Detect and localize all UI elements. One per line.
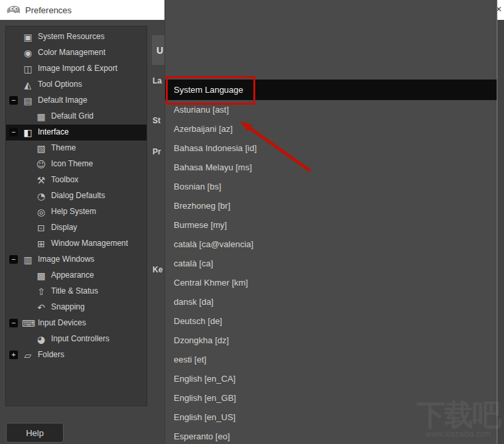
theme-icon: ▧ [35, 143, 47, 154]
sidebar-item-title-status[interactable]: ⇧Title & Status [6, 284, 147, 300]
system-resources-icon: ▣ [22, 32, 34, 42]
language-option-english-en-ca[interactable]: English [en_CA] [165, 369, 497, 388]
collapse-minus-icon[interactable]: − [9, 96, 18, 105]
language-option-bosnian-bs[interactable]: Bosnian [bs] [165, 177, 497, 196]
input-devices-icon: ⌨ [22, 318, 34, 329]
preferences-category-tree: ▣System Resources◉Color Management◫Image… [5, 26, 147, 406]
language-option-catal-ca-valencia[interactable]: català [ca@valencia] [165, 235, 497, 254]
language-option-catal-ca[interactable]: català [ca] [165, 254, 497, 273]
collapse-minus-icon[interactable]: − [9, 128, 18, 137]
sidebar-item-label: Tool Options [38, 80, 82, 89]
language-option-bahasa-indonesia-id[interactable]: Bahasa Indonesia [id] [165, 139, 497, 158]
language-dropdown-list: System LanguageAsturianu [ast]Azerbaijan… [164, 0, 497, 444]
sidebar-item-theme[interactable]: ▧Theme [6, 140, 147, 156]
sidebar-item-image-windows[interactable]: −▥Image Windows [6, 252, 147, 268]
language-label-partial: La [153, 76, 162, 85]
window-management-icon: ⊞ [35, 239, 47, 249]
sidebar-item-window-management[interactable]: ⊞Window Management [6, 236, 147, 252]
sidebar-item-label: Window Management [51, 239, 128, 248]
language-option-deutsch-de[interactable]: Deutsch [de] [165, 311, 497, 331]
help-system-icon: ◎ [35, 207, 47, 217]
style-label-partial: St [153, 116, 160, 125]
red-arrow-annotation [224, 111, 317, 178]
interface-icon: ◧ [22, 127, 34, 138]
image-windows-icon: ▥ [22, 254, 34, 265]
sidebar-item-default-image[interactable]: −▤Default Image [6, 93, 147, 109]
sidebar-item-label: System Resources [38, 32, 105, 41]
display-icon: ⊡ [35, 223, 47, 233]
sidebar-item-dialog-defaults[interactable]: ◔Dialog Defaults [6, 188, 147, 204]
sidebar-item-label: Toolbox [51, 175, 78, 184]
red-highlight-box [166, 76, 255, 105]
sidebar-item-default-grid[interactable]: ▦Default Grid [6, 109, 147, 125]
snapping-icon: ↶ [35, 302, 47, 313]
sidebar-item-label: Interface [38, 127, 69, 137]
image-import-export-icon: ◫ [22, 64, 34, 74]
sidebar-item-color-management[interactable]: ◉Color Management [6, 45, 147, 61]
sidebar-item-label: Input Devices [38, 318, 86, 327]
sidebar-item-appearance[interactable]: ▩Appearance [6, 268, 147, 284]
title-status-icon: ⇧ [35, 286, 47, 297]
default-image-icon: ▤ [22, 95, 34, 106]
language-option-azerbaijani-az[interactable]: Azerbaijani [az] [165, 119, 497, 139]
language-option-bahasa-melayu-ms[interactable]: Bahasa Melayu [ms] [165, 158, 497, 177]
sidebar-item-label: Display [51, 223, 77, 232]
language-option-english-en-us[interactable]: English [en_US] [165, 408, 497, 427]
dialog-defaults-icon: ◔ [35, 191, 47, 201]
sidebar-item-help-system[interactable]: ◎Help System [6, 204, 147, 220]
collapse-minus-icon[interactable]: − [9, 255, 18, 264]
language-option-esperanto-eo[interactable]: Esperanto [eo] [165, 427, 497, 444]
sidebar-item-label: Title & Status [51, 286, 98, 296]
sidebar-item-label: Theme [51, 143, 76, 152]
window-title: Preferences [25, 5, 72, 15]
sidebar-item-image-import-export[interactable]: ◫Image Import & Export [6, 61, 147, 77]
sidebar-item-label: Help System [51, 207, 96, 216]
sidebar-item-label: Appearance [51, 270, 94, 280]
sidebar-item-label: Input Controllers [51, 334, 109, 343]
tool-options-icon: ◭ [22, 80, 34, 90]
previews-label-partial: Pr [153, 147, 161, 156]
sidebar-item-label: Image Import & Export [38, 64, 117, 73]
sidebar-item-label: Folders [38, 350, 64, 359]
language-option-eesti-et[interactable]: eesti [et] [165, 350, 497, 369]
sidebar-item-label: Icon Theme [51, 159, 93, 168]
language-option-burmese-my[interactable]: Burmese [my] [165, 215, 497, 235]
toolbox-icon: ⚒ [35, 175, 47, 186]
sidebar-item-icon-theme[interactable]: ☺Icon Theme [6, 156, 147, 172]
sidebar-item-label: Snapping [51, 302, 85, 311]
sidebar-item-interface[interactable]: −◧Interface [6, 125, 147, 140]
gimp-wilber-icon [5, 4, 21, 16]
language-option-dansk-da[interactable]: dansk [da] [165, 292, 497, 311]
sidebar-item-label: Default Grid [51, 111, 94, 121]
folders-icon: ▱ [22, 350, 34, 361]
sidebar-item-input-controllers[interactable]: ◕Input Controllers [6, 331, 147, 347]
language-option-english-en-gb[interactable]: English [en_GB] [165, 388, 497, 408]
color-management-icon: ◉ [22, 48, 34, 58]
language-option-central-khmer-km[interactable]: Central Khmer [km] [165, 273, 497, 292]
collapse-minus-icon[interactable]: − [9, 319, 18, 327]
sidebar-item-display[interactable]: ⊡Display [6, 220, 147, 236]
appearance-icon: ▩ [35, 270, 47, 281]
icon-theme-icon: ☺ [35, 159, 47, 170]
expand-plus-icon[interactable]: + [9, 351, 18, 359]
sidebar-item-input-devices[interactable]: −⌨Input Devices [6, 315, 147, 331]
input-controllers-icon: ◕ [35, 334, 47, 345]
sidebar-item-label: Dialog Defaults [51, 191, 105, 200]
language-option-brezhoneg-br[interactable]: Brezhoneg [br] [165, 196, 497, 215]
help-button[interactable]: Help [6, 423, 64, 443]
sidebar-item-label: Color Management [38, 48, 105, 57]
language-option-dzongkha-dz[interactable]: Dzongkha [dz] [165, 331, 497, 350]
sidebar-item-system-resources[interactable]: ▣System Resources [6, 29, 147, 45]
sidebar-item-folders[interactable]: +▱Folders [6, 347, 147, 363]
sidebar-item-toolbox[interactable]: ⚒Toolbox [6, 172, 147, 188]
default-grid-icon: ▦ [35, 111, 47, 122]
keyboard-label-partial: Ke [153, 265, 162, 274]
sidebar-item-label: Image Windows [38, 254, 94, 264]
sidebar-item-tool-options[interactable]: ◭Tool Options [6, 77, 147, 93]
sidebar-item-label: Default Image [38, 95, 88, 105]
sidebar-item-snapping[interactable]: ↶Snapping [6, 300, 147, 315]
